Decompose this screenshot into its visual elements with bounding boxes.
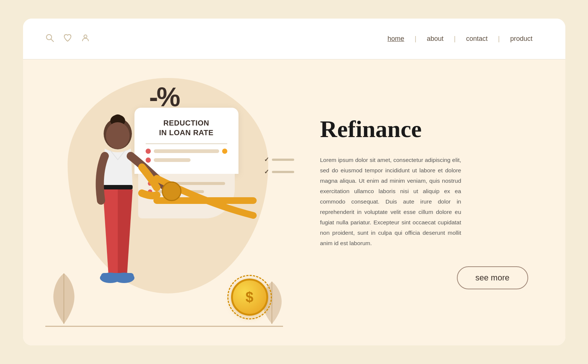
doc-bottom-row-1 (148, 181, 225, 186)
search-icon[interactable] (45, 33, 54, 45)
doc-bottom-dot-1 (148, 181, 152, 186)
document-bottom (138, 174, 235, 218)
heart-icon[interactable] (63, 33, 72, 45)
check-line-2 (272, 171, 294, 173)
nav-about[interactable]: about (416, 35, 454, 43)
illustration-area: -% REDUCTION IN LOAN RATE (23, 59, 305, 345)
svg-point-2 (84, 35, 87, 38)
text-area: Refinance Lorem ipsum dolor sit amet, co… (305, 59, 565, 345)
percent-text: -% (149, 82, 179, 112)
header-nav: home | about | contact | product (377, 35, 543, 43)
checkmark-2: ✓ (264, 168, 269, 175)
leaf-left-icon (45, 267, 82, 327)
page-wrapper: home | about | contact | product -% (23, 19, 565, 345)
see-more-button[interactable]: see more (457, 266, 528, 289)
checklist: ✓ ✓ (264, 156, 294, 175)
document-container: REDUCTION IN LOAN RATE (131, 108, 242, 218)
document-top: REDUCTION IN LOAN RATE (134, 108, 238, 174)
page-title: Refinance (320, 116, 536, 143)
header-icons (45, 33, 90, 45)
body-text: Lorem ipsum dolor sit amet, consectetur … (320, 155, 461, 248)
document-title: REDUCTION IN LOAN RATE (146, 118, 227, 137)
nav-home[interactable]: home (377, 35, 415, 43)
svg-line-1 (51, 39, 53, 42)
doc-separator (146, 143, 227, 144)
doc-bar-2 (154, 158, 191, 162)
doc-bottom-bar-1 (155, 182, 225, 185)
user-icon[interactable] (81, 33, 90, 45)
doc-dot-red-2 (146, 157, 151, 163)
doc-dot-orange (222, 149, 227, 154)
doc-bottom-bar-2 (155, 190, 204, 193)
doc-bottom-dot-2 (148, 189, 152, 194)
checkmark-1: ✓ (264, 156, 269, 163)
check-item-1: ✓ (264, 156, 294, 163)
nav-contact[interactable]: contact (456, 35, 498, 43)
doc-row-2 (146, 157, 227, 163)
check-item-2: ✓ (264, 168, 294, 175)
coin-dollar: $ (231, 279, 268, 316)
doc-dot-red (146, 149, 151, 154)
doc-row-1 (146, 149, 227, 154)
check-line-1 (272, 159, 294, 161)
doc-bottom-row-2 (148, 189, 225, 194)
main-content: -% REDUCTION IN LOAN RATE (23, 59, 565, 345)
doc-bar-1 (154, 149, 219, 153)
header: home | about | contact | product (23, 19, 565, 59)
nav-product[interactable]: product (500, 35, 543, 43)
